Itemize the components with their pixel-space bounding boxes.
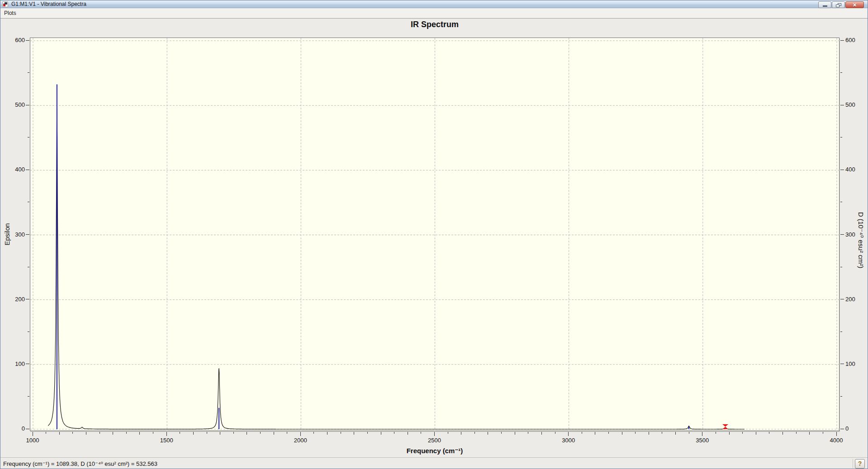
y-axis-tick-label-left: 500 xyxy=(0,101,25,109)
x-axis-tick xyxy=(381,432,381,435)
x-axis-tick xyxy=(139,432,140,435)
y-axis-tick-label-right: 400 xyxy=(845,166,855,173)
x-axis-tick xyxy=(448,432,448,434)
x-axis-tick-label: 2000 xyxy=(294,437,307,444)
x-axis-tick xyxy=(287,432,287,434)
x-axis-tick xyxy=(153,432,153,434)
menu-item-plots[interactable]: Plots xyxy=(0,9,20,16)
x-axis-tick xyxy=(742,432,743,434)
y-axis-tick-right xyxy=(840,332,842,332)
x-axis-tick xyxy=(702,432,702,436)
x-axis-tick xyxy=(662,432,662,434)
ir-spectrum-curve xyxy=(48,109,745,429)
y-axis-tick-label-left: 0 xyxy=(0,425,25,432)
y-axis-tick-right xyxy=(840,40,844,41)
x-axis-tick xyxy=(421,432,421,434)
x-axis-tick xyxy=(166,432,167,436)
y-axis-tick-label-right: 500 xyxy=(845,101,855,109)
x-axis-tick xyxy=(394,432,394,434)
y-axis-tick-label-right: 0 xyxy=(845,425,849,432)
cursor-readout: Frequency (cm⁻¹) = 1089.38, D (10⁻⁴⁰ esu… xyxy=(3,460,157,467)
x-axis-tick xyxy=(33,432,33,436)
y-axis-tick-label-right: 600 xyxy=(845,37,855,44)
y-axis-tick-label-right: 300 xyxy=(845,231,855,238)
x-axis-tick xyxy=(59,432,60,435)
y-axis-tick-right xyxy=(840,234,844,235)
y-axis-tick-left xyxy=(28,72,29,73)
close-button[interactable]: ✕ xyxy=(845,1,864,8)
y-axis-tick-label-left: 200 xyxy=(0,296,25,303)
x-axis-title: Frequency (cm⁻¹) xyxy=(407,447,463,455)
x-axis-tick xyxy=(689,432,689,434)
x-axis-tick xyxy=(515,432,515,435)
x-axis-tick-label: 3500 xyxy=(696,437,709,444)
y-axis-tick-right xyxy=(840,364,844,364)
x-axis-tick xyxy=(274,432,274,435)
y-axis-tick-left xyxy=(28,202,29,202)
x-axis-tick xyxy=(461,432,461,435)
y-axis-tick-right xyxy=(840,396,842,397)
vibrational-spectra-window: G1:M1:V1 - Vibrational Spectra ✕ Plots I… xyxy=(0,0,868,469)
x-axis-tick xyxy=(193,432,194,435)
status-divider xyxy=(853,459,853,468)
x-axis-tick xyxy=(367,432,368,434)
x-axis-tick-label: 1000 xyxy=(26,437,39,444)
y-axis-tick-right xyxy=(840,202,842,202)
y-axis-tick-left xyxy=(26,170,29,170)
y-axis-tick-left xyxy=(28,267,29,267)
y-axis-tick-left xyxy=(28,332,29,332)
y-axis-tick-left xyxy=(26,364,29,364)
menubar: Plots xyxy=(0,9,868,19)
x-axis-tick xyxy=(354,432,354,435)
restore-button[interactable] xyxy=(832,1,845,8)
x-axis-tick xyxy=(595,432,595,435)
y-axis-tick-left xyxy=(26,429,29,429)
y-axis-tick-left xyxy=(28,396,29,397)
x-axis-tick xyxy=(72,432,73,434)
minimize-icon xyxy=(823,5,827,7)
y-axis-tick-label-left: 600 xyxy=(0,37,25,44)
x-axis-tick xyxy=(635,432,636,434)
x-axis-tick xyxy=(675,432,676,435)
plot-area[interactable] xyxy=(30,38,840,431)
x-axis-tick xyxy=(769,432,769,434)
y-axis-title-right: D (10⁻⁴⁰ esu² cm²) xyxy=(857,212,865,269)
y-axis-tick-left xyxy=(26,105,29,105)
x-axis-tick xyxy=(582,432,582,434)
x-axis-tick xyxy=(649,432,649,435)
x-axis-tick xyxy=(501,432,502,434)
x-axis-tick xyxy=(796,432,797,434)
x-axis-tick xyxy=(555,432,555,434)
x-axis-tick-label: 1500 xyxy=(160,437,173,444)
y-axis-tick-label-right: 200 xyxy=(845,296,855,303)
x-axis-tick xyxy=(783,432,783,435)
x-axis-tick xyxy=(113,432,113,435)
y-axis-tick-right xyxy=(840,170,844,170)
selected-peak-marker[interactable] xyxy=(722,424,728,429)
y-axis-tick-right xyxy=(840,299,844,299)
y-axis-tick-right xyxy=(840,72,842,73)
y-axis-tick-label-left: 100 xyxy=(0,360,25,368)
help-button[interactable]: ? xyxy=(855,459,865,469)
x-axis-tick xyxy=(180,432,180,434)
x-axis-tick xyxy=(233,432,234,434)
x-axis-tick xyxy=(836,432,837,436)
x-axis-tick xyxy=(756,432,756,435)
y-axis-tick-left xyxy=(26,234,29,235)
y-axis-tick-label-left: 400 xyxy=(0,166,25,173)
x-axis-tick xyxy=(126,432,127,434)
x-axis-tick xyxy=(341,432,341,434)
chart-title: IR Spectrum xyxy=(411,20,459,29)
x-axis-tick-label: 4000 xyxy=(830,437,843,444)
x-axis-tick xyxy=(488,432,488,435)
x-axis-tick xyxy=(568,432,569,436)
x-axis-tick xyxy=(300,432,301,436)
minimize-button[interactable] xyxy=(818,1,831,8)
x-axis-tick xyxy=(716,432,716,434)
restore-icon xyxy=(836,3,841,7)
y-axis-tick-left xyxy=(26,299,29,299)
x-axis-tick xyxy=(809,432,810,435)
x-axis-tick xyxy=(100,432,100,434)
titlebar[interactable]: G1:M1:V1 - Vibrational Spectra ✕ xyxy=(0,0,868,8)
plot-svg[interactable] xyxy=(30,38,840,431)
